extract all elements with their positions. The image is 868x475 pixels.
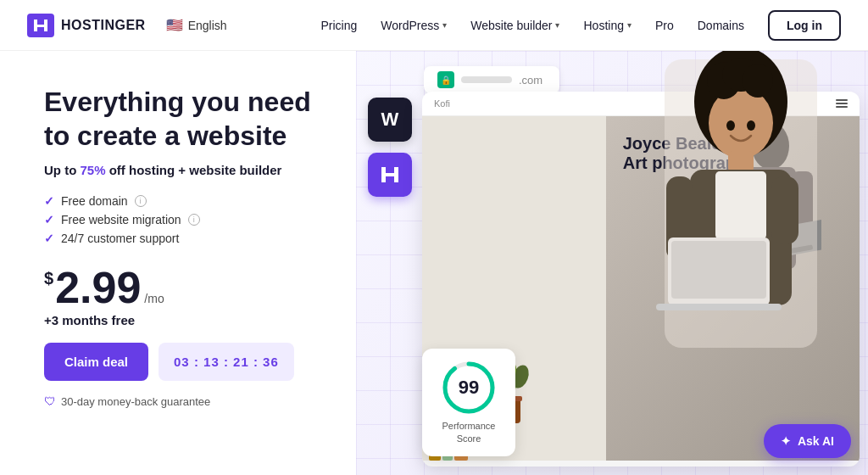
chevron-down-icon: ▾ <box>627 20 632 30</box>
hostinger-logo-icon <box>379 165 401 184</box>
price-extra: +3 months free <box>44 313 329 327</box>
price-row: $ 2.99 /mo <box>44 265 329 310</box>
wordpress-icon: W <box>381 109 399 131</box>
language-label: English <box>188 19 227 32</box>
nav-wordpress[interactable]: WordPress ▾ <box>370 12 457 39</box>
countdown-timer: 03 : 13 : 21 : 36 <box>159 343 294 381</box>
discount-text: 75% <box>81 163 106 177</box>
language-selector[interactable]: 🇺🇸 English <box>166 17 227 33</box>
hamburger-icon <box>836 99 848 108</box>
claim-deal-button[interactable]: Claim deal <box>44 343 148 381</box>
svg-rect-24 <box>656 304 782 310</box>
hero-heading: Everything you need to create a website <box>44 85 329 153</box>
check-icon: ✓ <box>44 194 54 208</box>
hostinger-icon-card <box>368 153 412 197</box>
url-suffix: .com <box>519 74 542 87</box>
wordpress-icon-card: W <box>368 98 412 142</box>
cta-row: Claim deal 03 : 13 : 21 : 36 <box>44 343 329 381</box>
guarantee-text: 🛡 30-day money-back guarantee <box>44 394 329 408</box>
shield-icon: 🛡 <box>44 394 56 408</box>
url-bar: 🔒 .com <box>424 66 559 93</box>
check-icon: ✓ <box>44 213 54 226</box>
subheading-prefix: Up to <box>44 163 81 177</box>
url-placeholder <box>461 76 512 83</box>
pricing-area: $ 2.99 /mo +3 months free <box>44 265 329 327</box>
svg-point-29 <box>743 64 773 98</box>
svg-rect-17 <box>728 151 754 172</box>
ask-ai-button[interactable]: ✦ Ask AI <box>764 424 851 458</box>
chevron-down-icon: ▾ <box>442 20 447 30</box>
svg-rect-23 <box>671 241 766 299</box>
info-icon[interactable]: i <box>135 195 147 207</box>
list-item: ✓ Free website migration i <box>44 213 329 226</box>
subheading-suffix: off hosting + website builder <box>106 163 282 177</box>
svg-rect-21 <box>771 176 798 244</box>
login-button[interactable]: Log in <box>768 10 841 41</box>
info-icon[interactable]: i <box>188 214 200 226</box>
list-item: ✓ 24/7 customer support <box>44 232 329 245</box>
logo-icon <box>27 14 54 37</box>
ask-ai-label: Ask AI <box>798 434 834 448</box>
logo-area[interactable]: HOSTINGER <box>27 14 146 37</box>
flag-icon: 🇺🇸 <box>166 17 183 33</box>
price-main: 2.99 <box>55 265 141 310</box>
performance-label: Performance Score <box>437 420 500 444</box>
list-item: ✓ Free domain i <box>44 194 329 208</box>
site-name: Kofi <box>434 98 450 109</box>
nav-pricing[interactable]: Pricing <box>310 12 367 39</box>
nav-website-builder[interactable]: Website builder ▾ <box>460 12 570 39</box>
svg-point-25 <box>726 120 735 131</box>
price-per: /mo <box>144 292 164 305</box>
performance-score: 99 <box>459 377 479 399</box>
feature-list: ✓ Free domain i ✓ Free website migration… <box>44 194 329 245</box>
nav-hosting[interactable]: Hosting ▾ <box>573 12 641 39</box>
navbar: HOSTINGER 🇺🇸 English Pricing WordPress ▾… <box>0 0 868 51</box>
ai-icon: ✦ <box>781 434 791 448</box>
logo-text: HOSTINGER <box>61 18 146 33</box>
hero-content: Everything you need to create a website … <box>0 51 356 475</box>
hero-visual: 🔒 .com W Kofi <box>356 51 868 475</box>
hero-person-illustration <box>631 51 834 365</box>
check-icon: ✓ <box>44 232 54 245</box>
chevron-down-icon: ▾ <box>555 20 559 30</box>
hero-section: Everything you need to create a website … <box>0 51 868 475</box>
price-dollar: $ <box>44 269 53 288</box>
nav-links: Pricing WordPress ▾ Website builder ▾ Ho… <box>310 12 754 39</box>
performance-card: 99 Performance Score <box>422 349 515 456</box>
nav-domains[interactable]: Domains <box>687 12 754 39</box>
svg-rect-19 <box>715 171 766 239</box>
performance-ring: 99 <box>442 360 496 415</box>
lock-icon: 🔒 <box>437 71 454 88</box>
hero-subheading: Up to 75% off hosting + website builder <box>44 163 329 177</box>
nav-pro[interactable]: Pro <box>645 12 684 39</box>
svg-point-26 <box>747 120 755 131</box>
